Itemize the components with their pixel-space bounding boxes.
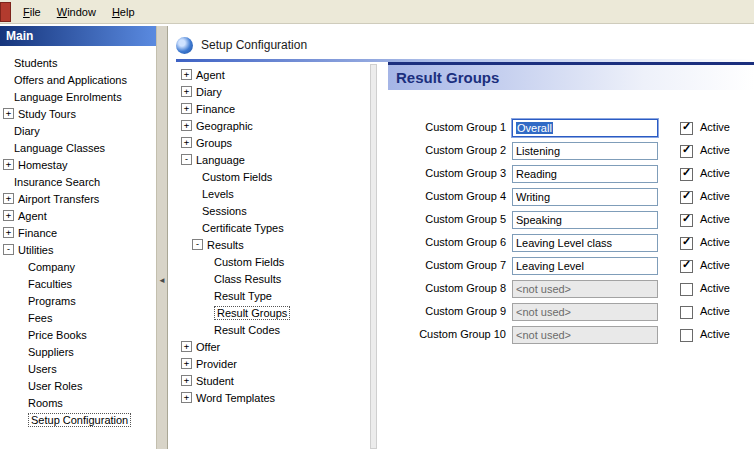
collapse-arrow-icon[interactable]: ◄ bbox=[158, 276, 166, 285]
sidebar-item-offers-and-applications[interactable]: Offers and Applications bbox=[0, 71, 156, 88]
sidebar-list: Students Offers and Applications Languag… bbox=[0, 46, 156, 428]
tree-item-levels[interactable]: Levels bbox=[178, 185, 368, 202]
tree-item-student[interactable]: +Student bbox=[178, 372, 368, 389]
tree-item-provider[interactable]: +Provider bbox=[178, 355, 368, 372]
custom-group-7-input[interactable] bbox=[512, 257, 658, 275]
sidebar-item-utilities[interactable]: -Utilities bbox=[0, 241, 156, 258]
custom-group-3-input[interactable] bbox=[512, 165, 658, 183]
custom-group-2-input[interactable] bbox=[512, 142, 658, 160]
sidebar-item-company[interactable]: Company bbox=[0, 258, 156, 275]
expand-icon[interactable]: + bbox=[181, 120, 192, 131]
expand-icon[interactable]: + bbox=[3, 159, 14, 170]
custom-group-8-input bbox=[512, 280, 658, 298]
tree-item-custom-fields[interactable]: Custom Fields bbox=[178, 168, 368, 185]
custom-group-6-input[interactable] bbox=[512, 234, 658, 252]
tree-item-results-custom-fields[interactable]: Custom Fields bbox=[178, 253, 368, 270]
expand-icon[interactable]: + bbox=[181, 341, 192, 352]
collapse-icon[interactable]: - bbox=[192, 239, 203, 250]
custom-group-1-input[interactable]: Overall bbox=[512, 119, 658, 137]
sidebar-item-diary[interactable]: Diary bbox=[0, 122, 156, 139]
check-icon: ✓ bbox=[682, 258, 691, 271]
sidebar-item-agent[interactable]: +Agent bbox=[0, 207, 156, 224]
sidebar-item-insurance-search[interactable]: Insurance Search bbox=[0, 173, 156, 190]
active-checkbox-2[interactable]: ✓ bbox=[680, 145, 693, 158]
sidebar: Main Students Offers and Applications La… bbox=[0, 26, 156, 449]
expand-icon[interactable]: + bbox=[181, 69, 192, 80]
tree-item-diary[interactable]: +Diary bbox=[178, 83, 368, 100]
active-checkbox-3[interactable]: ✓ bbox=[680, 168, 693, 181]
tree-scrollbar[interactable] bbox=[370, 64, 377, 449]
sidebar-item-price-books[interactable]: Price Books bbox=[0, 326, 156, 343]
expand-icon[interactable]: + bbox=[181, 358, 192, 369]
collapse-icon[interactable]: - bbox=[181, 154, 192, 165]
sidebar-item-study-tours[interactable]: +Study Tours bbox=[0, 105, 156, 122]
form-row-5: Custom Group 5 ✓ Active bbox=[388, 211, 754, 229]
active-label: Active bbox=[700, 167, 730, 179]
tree-item-groups[interactable]: +Groups bbox=[178, 134, 368, 151]
active-checkbox-8[interactable] bbox=[680, 283, 693, 296]
active-checkbox-10[interactable] bbox=[680, 329, 693, 342]
active-label: Active bbox=[700, 121, 730, 133]
sidebar-item-fees[interactable]: Fees bbox=[0, 309, 156, 326]
active-checkbox-7[interactable]: ✓ bbox=[680, 260, 693, 273]
active-checkbox-5[interactable]: ✓ bbox=[680, 214, 693, 227]
tree-item-result-groups[interactable]: Result Groups bbox=[178, 304, 368, 321]
collapse-icon[interactable]: - bbox=[3, 244, 14, 255]
menu-file[interactable]: File bbox=[15, 2, 49, 22]
form-row-7: Custom Group 7 ✓ Active bbox=[388, 257, 754, 275]
sidebar-item-rooms[interactable]: Rooms bbox=[0, 394, 156, 411]
active-label: Active bbox=[700, 236, 730, 248]
tree-item-geographic[interactable]: +Geographic bbox=[178, 117, 368, 134]
expand-icon[interactable]: + bbox=[181, 103, 192, 114]
tree-item-word-templates[interactable]: +Word Templates bbox=[178, 389, 368, 406]
tree-item-result-codes[interactable]: Result Codes bbox=[178, 321, 368, 338]
sidebar-item-programs[interactable]: Programs bbox=[0, 292, 156, 309]
sidebar-item-finance[interactable]: +Finance bbox=[0, 224, 156, 241]
expand-icon[interactable]: + bbox=[181, 392, 192, 403]
app-icon bbox=[0, 2, 11, 22]
sidebar-item-user-roles[interactable]: User Roles bbox=[0, 377, 156, 394]
custom-group-5-input[interactable] bbox=[512, 211, 658, 229]
active-checkbox-1[interactable]: ✓ bbox=[680, 122, 693, 135]
form-row-3: Custom Group 3 ✓ Active bbox=[388, 165, 754, 183]
sidebar-item-students[interactable]: Students bbox=[0, 54, 156, 71]
expand-icon[interactable]: + bbox=[181, 375, 192, 386]
active-checkbox-6[interactable]: ✓ bbox=[680, 237, 693, 250]
tree-item-offer[interactable]: +Offer bbox=[178, 338, 368, 355]
menu-bar: File Window Help bbox=[0, 0, 754, 24]
expand-icon[interactable]: + bbox=[181, 137, 192, 148]
expand-icon[interactable]: + bbox=[3, 210, 14, 221]
tree-item-finance[interactable]: +Finance bbox=[178, 100, 368, 117]
custom-group-7-label: Custom Group 7 bbox=[388, 259, 506, 271]
custom-group-2-label: Custom Group 2 bbox=[388, 144, 506, 156]
tree-item-class-results[interactable]: Class Results bbox=[178, 270, 368, 287]
tree-item-agent[interactable]: +Agent bbox=[178, 66, 368, 83]
tree-item-result-type[interactable]: Result Type bbox=[178, 287, 368, 304]
active-checkbox-4[interactable]: ✓ bbox=[680, 191, 693, 204]
menu-window[interactable]: Window bbox=[49, 2, 104, 22]
sidebar-splitter[interactable]: ◄ bbox=[156, 26, 168, 449]
sidebar-item-setup-configuration[interactable]: Setup Configuration bbox=[0, 411, 156, 428]
check-icon: ✓ bbox=[682, 189, 691, 202]
sidebar-item-language-enrolments[interactable]: Language Enrolments bbox=[0, 88, 156, 105]
tree-item-language[interactable]: -Language bbox=[178, 151, 368, 168]
tree-item-results[interactable]: -Results bbox=[178, 236, 368, 253]
form-row-4: Custom Group 4 ✓ Active bbox=[388, 188, 754, 206]
tree-item-certificate-types[interactable]: Certificate Types bbox=[178, 219, 368, 236]
menu-help[interactable]: Help bbox=[104, 2, 143, 22]
tree-item-sessions[interactable]: Sessions bbox=[178, 202, 368, 219]
sidebar-item-users[interactable]: Users bbox=[0, 360, 156, 377]
sidebar-item-faculties[interactable]: Faculties bbox=[0, 275, 156, 292]
sidebar-item-language-classes[interactable]: Language Classes bbox=[0, 139, 156, 156]
expand-icon[interactable]: + bbox=[3, 108, 14, 119]
sidebar-item-airport-transfers[interactable]: +Airport Transfers bbox=[0, 190, 156, 207]
custom-group-4-input[interactable] bbox=[512, 188, 658, 206]
active-label: Active bbox=[700, 259, 730, 271]
custom-group-10-label: Custom Group 10 bbox=[388, 328, 506, 340]
sidebar-item-homestay[interactable]: +Homestay bbox=[0, 156, 156, 173]
expand-icon[interactable]: + bbox=[181, 86, 192, 97]
active-checkbox-9[interactable] bbox=[680, 306, 693, 319]
expand-icon[interactable]: + bbox=[3, 227, 14, 238]
sidebar-item-suppliers[interactable]: Suppliers bbox=[0, 343, 156, 360]
expand-icon[interactable]: + bbox=[3, 193, 14, 204]
